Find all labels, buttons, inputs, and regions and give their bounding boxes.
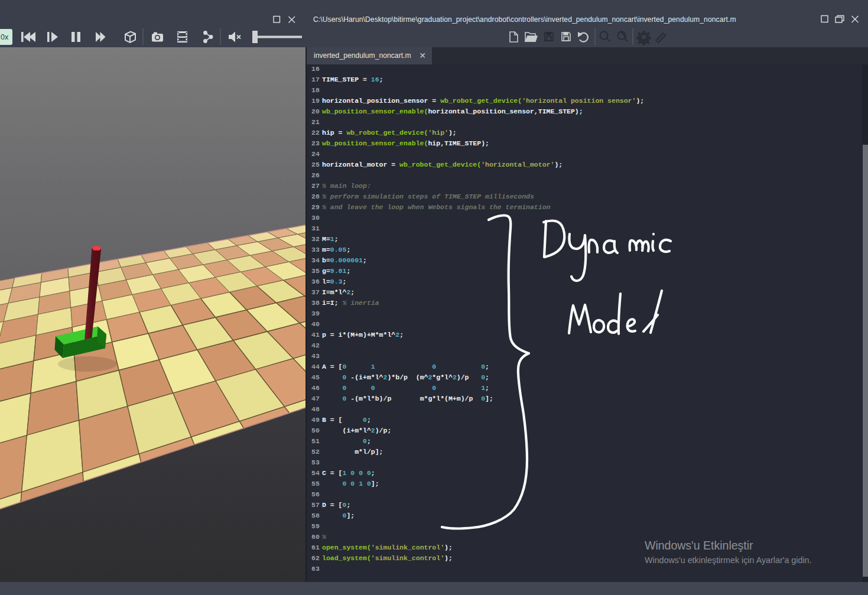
svg-text:0x: 0x [1, 33, 9, 41]
